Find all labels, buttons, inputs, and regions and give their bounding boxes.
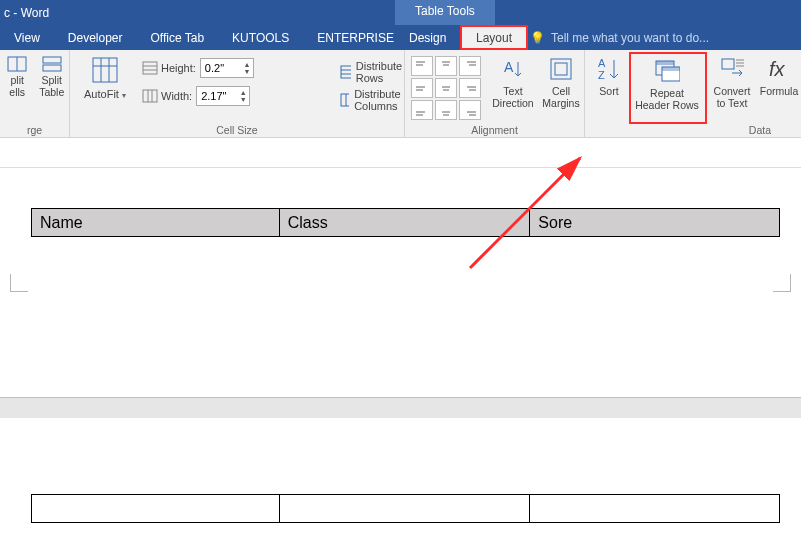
sort-icon: AZ bbox=[596, 56, 622, 82]
spinner-arrows-icon[interactable]: ▲▼ bbox=[241, 61, 253, 75]
tab-enterprise[interactable]: ENTERPRISE bbox=[303, 25, 408, 50]
align-top-right[interactable] bbox=[459, 56, 481, 76]
tab-developer[interactable]: Developer bbox=[54, 25, 137, 50]
distribute-columns-button[interactable]: Distribute Columns bbox=[340, 88, 407, 112]
svg-rect-14 bbox=[341, 66, 351, 78]
width-icon bbox=[142, 89, 158, 103]
margin-mark-icon bbox=[10, 274, 28, 292]
distribute-rows-button[interactable]: Distribute Rows bbox=[340, 60, 407, 84]
align-top-center[interactable] bbox=[435, 56, 457, 76]
ribbon-tabs: View Developer Office Tab KUTOOLS ENTERP… bbox=[0, 25, 801, 50]
group-cell-size: AutoFit ▾ Height: ▲▼ Width: ▲▼ Distribut… bbox=[70, 50, 405, 138]
tab-view[interactable]: View bbox=[0, 25, 54, 50]
sort-button[interactable]: AZ Sort bbox=[589, 56, 629, 97]
page-1 bbox=[0, 168, 801, 398]
svg-rect-4 bbox=[93, 58, 117, 82]
svg-text:A: A bbox=[504, 59, 514, 75]
convert-to-text-icon bbox=[719, 56, 745, 82]
align-mid-center[interactable] bbox=[435, 78, 457, 98]
dropdown-arrow-icon: ▾ bbox=[122, 91, 126, 100]
header-cell-name[interactable]: Name bbox=[32, 209, 280, 237]
height-label: Height: bbox=[161, 62, 196, 74]
header-cell-class[interactable]: Class bbox=[279, 209, 530, 237]
formula-icon: fx bbox=[766, 56, 792, 82]
table-cell[interactable] bbox=[279, 495, 530, 523]
table-row[interactable]: Name Class Sore bbox=[32, 209, 780, 237]
repeat-header-rows-button[interactable]: Repeat Header Rows bbox=[631, 56, 703, 111]
align-bot-left[interactable] bbox=[411, 100, 433, 120]
margin-mark-icon bbox=[773, 274, 791, 292]
tab-layout[interactable]: Layout bbox=[460, 25, 528, 50]
convert-to-text-button[interactable]: Convert to Text bbox=[709, 56, 755, 109]
text-direction-icon: A bbox=[500, 56, 526, 82]
svg-rect-11 bbox=[143, 90, 157, 102]
group-label-alignment: Alignment bbox=[405, 124, 584, 136]
split-cells-icon bbox=[7, 56, 27, 72]
tab-office-tab[interactable]: Office Tab bbox=[137, 25, 219, 50]
title-bar: c - Word Table Tools bbox=[0, 0, 801, 25]
align-mid-right[interactable] bbox=[459, 78, 481, 98]
repeat-header-rows-icon bbox=[654, 58, 680, 84]
align-top-left[interactable] bbox=[411, 56, 433, 76]
body-table[interactable] bbox=[31, 494, 780, 523]
height-icon bbox=[142, 61, 158, 75]
tell-me-search[interactable]: 💡 Tell me what you want to do... bbox=[530, 31, 709, 45]
group-alignment: A Text Direction Cell Margins Alignment bbox=[405, 50, 585, 138]
group-label-data: Data bbox=[749, 124, 771, 136]
distribute-rows-icon bbox=[340, 65, 351, 79]
width-spinner[interactable]: ▲▼ bbox=[196, 86, 250, 106]
svg-rect-3 bbox=[43, 65, 61, 71]
align-bot-right[interactable] bbox=[459, 100, 481, 120]
group-label-merge: rge bbox=[0, 124, 69, 136]
height-spinner[interactable]: ▲▼ bbox=[200, 58, 254, 78]
table-row[interactable] bbox=[32, 495, 780, 523]
cell-margins-icon bbox=[548, 56, 574, 82]
document-area[interactable]: Name Class Sore bbox=[0, 138, 801, 543]
group-data: AZ Sort Repeat Header Rows Convert to Te… bbox=[585, 50, 801, 138]
cell-margins-button[interactable]: Cell Margins bbox=[539, 56, 583, 109]
svg-rect-17 bbox=[341, 94, 349, 106]
tab-design[interactable]: Design bbox=[395, 25, 460, 50]
tab-kutools[interactable]: KUTOOLS bbox=[218, 25, 303, 50]
row-height-control: Height: ▲▼ bbox=[142, 58, 254, 78]
lightbulb-icon: 💡 bbox=[530, 31, 545, 45]
align-mid-left[interactable] bbox=[411, 78, 433, 98]
header-row-table[interactable]: Name Class Sore bbox=[31, 208, 780, 237]
svg-rect-46 bbox=[662, 67, 680, 71]
svg-rect-2 bbox=[43, 57, 61, 63]
text-direction-button[interactable]: A Text Direction bbox=[489, 56, 537, 109]
width-label: Width: bbox=[161, 90, 192, 102]
height-input[interactable] bbox=[201, 62, 241, 74]
page-2 bbox=[0, 418, 801, 543]
svg-text:A: A bbox=[598, 57, 606, 69]
table-cell[interactable] bbox=[32, 495, 280, 523]
svg-text:fx: fx bbox=[769, 58, 786, 80]
alignment-grid bbox=[411, 56, 481, 120]
group-merge: plit ells Split Table rge bbox=[0, 50, 70, 138]
table-tools-label: Table Tools bbox=[395, 0, 495, 25]
svg-rect-44 bbox=[656, 61, 674, 65]
svg-text:Z: Z bbox=[598, 69, 605, 81]
svg-rect-47 bbox=[722, 59, 734, 69]
svg-rect-8 bbox=[143, 62, 157, 74]
width-input[interactable] bbox=[197, 90, 237, 102]
ruler-gap bbox=[0, 138, 801, 168]
split-table-icon bbox=[42, 56, 62, 72]
autofit-button[interactable]: AutoFit ▾ bbox=[76, 56, 134, 100]
ribbon: plit ells Split Table rge AutoFit ▾ Heig… bbox=[0, 50, 801, 138]
table-cell[interactable] bbox=[530, 495, 780, 523]
tell-me-placeholder: Tell me what you want to do... bbox=[551, 31, 709, 45]
col-width-control: Width: ▲▼ bbox=[142, 86, 250, 106]
svg-rect-39 bbox=[551, 59, 571, 79]
header-cell-sore[interactable]: Sore bbox=[530, 209, 780, 237]
window-title: c - Word bbox=[4, 6, 49, 20]
formula-button[interactable]: fx Formula bbox=[757, 56, 801, 97]
autofit-icon bbox=[91, 56, 119, 84]
svg-rect-40 bbox=[555, 63, 567, 75]
align-bot-center[interactable] bbox=[435, 100, 457, 120]
spinner-arrows-icon[interactable]: ▲▼ bbox=[237, 89, 249, 103]
group-label-cellsize: Cell Size bbox=[70, 124, 404, 136]
distribute-columns-icon bbox=[340, 93, 349, 107]
